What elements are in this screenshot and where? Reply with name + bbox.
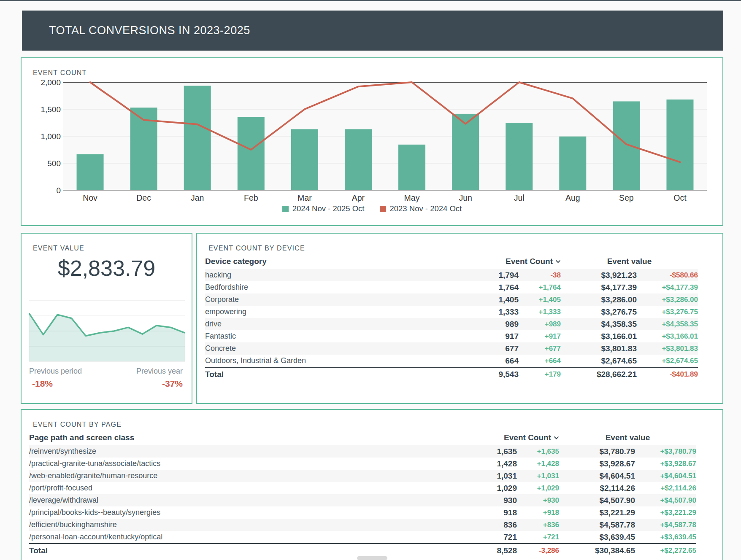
bar-Aug[interactable] [559,137,586,190]
bar-Jun[interactable] [452,114,479,190]
row-event-value: $4,604.51 [559,471,635,481]
table-row[interactable]: hacking1,794-38$3,921.23-$580.66 [205,269,698,281]
row-event-value: $3,639.45 [559,533,635,542]
row-event-value: $3,801.83 [561,344,637,353]
table-row[interactable]: Bedfordshire1,764+1,764$4,177.39+$4,177.… [205,281,698,293]
row-event-value-delta: +$3,801.83 [637,345,698,353]
table-row[interactable]: /leverage/withdrawal930+930$4,507.90+$4,… [29,494,696,506]
legend-item[interactable]: 2023 Nov - 2024 Oct [380,204,462,213]
x-axis-label-Nov: Nov [83,193,97,202]
event-value-amount: $2,833.79 [22,256,192,281]
chart-legend: 2024 Nov - 2025 Oct2023 Nov - 2024 Oct [22,204,722,213]
event-count-by-device-panel: EVENT COUNT BY DEVICE Device categoryEve… [196,233,723,404]
bar-Jan[interactable] [184,86,211,190]
total-event-value-delta: +$2,272.65 [635,547,696,555]
sort-chevron-down-icon [554,436,559,440]
column-header-event-value[interactable]: Event value [559,433,696,442]
row-event-count-delta: +918 [517,509,559,517]
row-category: Outdoors, Industrial & Garden [205,356,449,365]
column-header-event-count[interactable]: Event Count [449,257,561,266]
row-event-count-delta: +1,029 [517,484,559,493]
table-header-row: Device categoryEvent CountEvent value [205,254,698,269]
x-axis-label-Apr: Apr [352,193,365,202]
x-axis-label-Feb: Feb [244,193,258,202]
column-header-event-count[interactable]: Event Count [447,433,559,442]
y-axis-label: 1,500 [41,105,61,114]
bar-Nov[interactable] [77,154,104,190]
legend-item[interactable]: 2024 Nov - 2025 Oct [282,204,365,213]
table-row[interactable]: /principal/books-kids--beauty/synergies9… [29,506,696,519]
bar-Oct[interactable] [666,100,693,190]
table-row[interactable]: /web-enabled/granite/human-resource1,031… [29,470,696,482]
legend-swatch-icon [282,206,289,212]
row-event-count-delta: +1,333 [519,308,561,316]
row-event-count: 1,635 [447,447,517,456]
previous-year-change: -37% [162,379,183,389]
table-row[interactable]: /practical-granite-tuna/associate/tactic… [29,458,696,470]
row-event-value-delta: +$3,221.29 [635,509,696,517]
table-row[interactable]: drive989+989$4,358.35+$4,358.35 [205,318,698,330]
row-event-count: 1,794 [449,271,519,280]
row-event-value-delta: +$4,177.39 [637,283,698,292]
bar-Apr[interactable] [345,129,372,190]
bar-Jul[interactable] [506,123,533,190]
sort-chevron-down-icon [555,260,561,264]
table-row[interactable]: empowering1,333+1,333$3,276.75+$3,276.75 [205,306,698,318]
bar-Feb[interactable] [238,117,265,190]
total-event-count: 9,543 [449,370,519,379]
legend-label: 2024 Nov - 2025 Oct [292,204,365,213]
bar-Sep[interactable] [613,101,640,190]
row-category: empowering [205,307,449,316]
row-event-value: $4,358.35 [561,320,637,329]
row-event-count-delta: -38 [519,271,561,280]
row-event-count: 918 [447,508,517,517]
previous-period-change: -18% [32,379,53,389]
bar-Mar[interactable] [291,129,318,190]
table-row[interactable]: Fantastic917+917$3,166.01+$3,166.01 [205,330,698,342]
row-event-value-delta: +$3,639.45 [635,533,696,541]
row-event-value-delta: +$4,507.90 [635,496,696,505]
row-event-value: $3,276.75 [561,307,637,317]
table-row[interactable]: Outdoors, Industrial & Garden664+664$2,6… [205,355,698,367]
row-event-value: $3,928.67 [559,459,635,468]
device-table: Device categoryEvent CountEvent valuehac… [205,254,698,381]
table-row[interactable]: /efficient/buckinghamshire836+836$4,587.… [29,519,696,531]
table-row[interactable]: /personal-loan-account/kentucky/optical7… [29,531,696,543]
row-event-count: 917 [449,332,519,341]
row-event-count-delta: +1,428 [517,460,559,468]
table-row[interactable]: /port/profit-focused1,029+1,029$2,114.26… [29,482,696,494]
row-category: /practical-granite-tuna/associate/tactic… [29,459,447,468]
x-axis-label-Oct: Oct [673,193,687,202]
total-event-value-delta: -$401.89 [637,370,698,379]
table-row[interactable]: Corporate1,405+1,405$3,286.00+$3,286.00 [205,293,698,306]
row-event-count: 677 [449,344,519,353]
table-row[interactable]: Concrete677+677$3,801.83+$3,801.83 [205,342,698,355]
column-header-category: Page path and screen class [29,433,447,442]
report-title: TOTAL CONVERSIONS IN 2023-2025 [49,24,250,37]
row-event-count-delta: +930 [517,496,559,505]
column-header-event-count-label: Event Count [504,433,551,442]
table-row[interactable]: /reinvent/synthesize1,635+1,635$3,780.79… [29,445,696,458]
total-event-count-delta: +179 [519,370,561,379]
row-event-count-delta: +677 [519,345,561,353]
y-axis-label: 1,000 [41,132,61,141]
event-count-by-page-panel: EVENT COUNT BY PAGE Page path and screen… [21,409,723,560]
device-table-title: EVENT COUNT BY DEVICE [208,245,305,252]
horizontal-scrollbar-thumb[interactable] [357,556,387,560]
total-event-count-delta: -3,286 [517,547,559,555]
row-event-value: $4,177.39 [561,283,637,292]
bar-May[interactable] [398,145,425,190]
x-axis-label-Mar: Mar [297,193,312,202]
column-header-event-value[interactable]: Event value [561,257,698,266]
table-total-row: Total9,543+179$28,662.21-$401.89 [205,367,698,381]
event-count-combo-chart[interactable]: 05001,0001,5002,000NovDecJanFebMarAprMay… [22,58,722,202]
row-category: /reinvent/synthesize [29,447,447,456]
row-event-value-delta: +$3,286.00 [637,296,698,304]
x-axis-label-May: May [404,193,420,202]
row-event-value: $3,286.00 [561,295,637,304]
row-event-count: 1,031 [447,471,517,481]
previous-period-label: Previous period [29,367,82,376]
row-category: Bedfordshire [205,283,449,292]
event-value-sparkline-chart[interactable] [29,300,185,363]
total-label: Total [205,370,449,379]
